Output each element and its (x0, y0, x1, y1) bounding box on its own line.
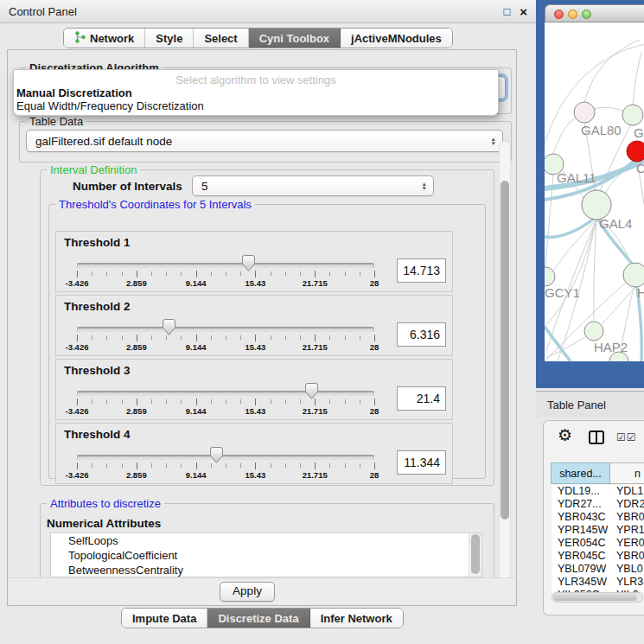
tick-label: 2.859 (126, 342, 147, 352)
table-row[interactable]: YBL079WYBL0 (552, 563, 644, 576)
tick-label: 9.144 (186, 342, 207, 352)
tab-impute-data[interactable]: Impute Data (122, 609, 207, 628)
tick-label: 15.43 (245, 406, 266, 416)
table-row[interactable]: YDR27...YDR2 (552, 498, 644, 511)
network-node[interactable] (584, 322, 603, 341)
gear-icon[interactable]: ⚙ (558, 427, 572, 443)
list-item[interactable]: TopologicalCoefficient (51, 548, 481, 563)
list-item[interactable]: SelfLoops (51, 533, 481, 548)
threshold-2-box: Threshold 2 -3.426 2.859 9.144 15.43 21.… (55, 295, 453, 356)
slider-minor-ticks (77, 271, 375, 276)
tab-style[interactable]: Style (145, 29, 194, 48)
threshold-1-slider-track[interactable] (77, 263, 374, 268)
apply-strip: Apply (8, 577, 514, 604)
close-icon[interactable]: × (520, 5, 527, 18)
threshold-1-slider-thumb[interactable] (242, 255, 255, 271)
tab-select[interactable]: Select (194, 29, 248, 48)
node-label-gal80: GAL80 (581, 123, 622, 137)
tick-label: -3.426 (66, 470, 89, 480)
tick-label: 21.715 (303, 406, 328, 416)
table-data-combobox[interactable]: galFiltered.sif default node ▲▼ (26, 130, 503, 152)
float-window-icon[interactable]: □ (503, 6, 510, 17)
threshold-2-value-field[interactable]: 6.316 (397, 322, 446, 347)
tick-label: 28 (370, 406, 379, 416)
node-label-partial: GA (634, 125, 644, 140)
network-view-window[interactable]: GAL80 GA C GAL11 GAL4 GCY1 H HAP2 (536, 0, 644, 388)
scrollbar-thumb[interactable] (471, 534, 480, 574)
node-label-partial: H (637, 285, 644, 300)
network-node[interactable] (623, 263, 644, 287)
minimize-traffic-light-icon[interactable] (568, 10, 577, 19)
table-horizontal-scrollbar[interactable] (552, 592, 643, 603)
scrollbar-thumb[interactable] (501, 181, 509, 520)
table-panel-card: ⚙ ☑☑ shared... n YDL19...YDL1 YDR27...YD… (543, 420, 644, 615)
tick-label: 15.43 (245, 470, 266, 480)
tab-label: Cyni Toolbox (259, 32, 329, 45)
threshold-4-value-field[interactable]: 11.344 (397, 450, 446, 475)
close-traffic-light-icon[interactable] (554, 10, 564, 19)
threshold-4-slider-track[interactable] (77, 455, 374, 460)
network-canvas[interactable]: GAL80 GA C GAL11 GAL4 GCY1 H HAP2 (545, 22, 644, 361)
column-header-name[interactable]: n (610, 462, 644, 484)
slider-minor-ticks (77, 335, 375, 340)
threshold-3-slider-track[interactable] (77, 391, 374, 396)
column-header-shared[interactable]: shared... (551, 462, 610, 484)
tick-label: 21.715 (303, 470, 328, 480)
number-of-intervals-combobox[interactable]: 5 ▲▼ (192, 175, 434, 196)
tick-label: 28 (370, 470, 379, 480)
tab-label: Impute Data (132, 612, 196, 625)
group-title-thresholds: Threshold's Coordinates for 5 Intervals (55, 198, 255, 211)
list-item[interactable]: BetweennessCentrality (51, 563, 481, 577)
table-row[interactable]: YBR043CYBR0 (552, 511, 644, 524)
tick-label: 21.715 (303, 342, 328, 352)
tab-discretize-data[interactable]: Discretize Data (207, 609, 309, 628)
table-row[interactable]: YER054CYER0 (552, 537, 644, 550)
popup-option-manual-discretization[interactable]: Manual Discretization (16, 86, 496, 99)
table-row[interactable]: YBR045CYBR0 (552, 550, 644, 563)
numerical-attributes-list: SelfLoops TopologicalCoefficient Between… (50, 532, 482, 577)
list-scrollbar[interactable] (469, 533, 481, 577)
node-label-gcy1: GCY1 (545, 285, 580, 300)
apply-button[interactable]: Apply (220, 582, 275, 602)
threshold-4-slider-thumb[interactable] (210, 447, 223, 463)
threshold-1-value-field[interactable]: 14.713 (397, 258, 446, 283)
tab-cyni-toolbox[interactable]: Cyni Toolbox (249, 29, 341, 48)
table-row[interactable]: YPR145WYPR1 (552, 524, 644, 537)
bottom-tab-bar: Impute Data Discretize Data Infer Networ… (121, 608, 404, 628)
tab-label: Discretize Data (218, 612, 298, 625)
table-data-value: galFiltered.sif default node (35, 135, 172, 148)
threshold-3-slider-thumb[interactable] (305, 383, 318, 399)
checkbox-icons[interactable]: ☑☑ (616, 431, 637, 443)
panel-title: Control Panel (0, 5, 77, 18)
threshold-3-box: Threshold 3 -3.426 2.859 9.144 15.43 21.… (55, 359, 453, 420)
threshold-2-slider-thumb[interactable] (163, 319, 175, 335)
network-node[interactable] (622, 105, 643, 125)
popup-hint: Select algorithm to view settings (14, 73, 498, 86)
table-row[interactable]: YLR345WYLR3 (552, 576, 644, 589)
panel-scrollbar[interactable] (499, 141, 511, 601)
tab-jactivemnodules[interactable]: jActiveMNodules (341, 29, 452, 48)
threshold-4-label: Threshold 4 (64, 428, 131, 441)
split-column-icon[interactable] (589, 430, 604, 448)
threshold-3-value-field[interactable]: 21.4 (397, 386, 446, 411)
network-window-titlebar[interactable] (545, 4, 644, 22)
network-node-gal4[interactable] (582, 190, 611, 220)
scrollbar-thumb[interactable] (553, 594, 637, 601)
control-panel-titlebar: Control Panel □ × (0, 0, 536, 23)
tab-infer-network[interactable]: Infer Network (310, 609, 403, 628)
tab-label: jActiveMNodules (351, 32, 442, 45)
network-node[interactable] (574, 102, 595, 123)
threshold-3-label: Threshold 3 (64, 364, 131, 377)
tab-network[interactable]: Network (64, 29, 145, 48)
table-panel-title: Table Panel (536, 399, 606, 411)
node-label-gal11: GAL11 (557, 170, 596, 185)
table-row[interactable]: YDL19...YDL1 (552, 485, 644, 498)
threshold-2-slider-track[interactable] (77, 327, 374, 332)
network-node-selected[interactable] (627, 141, 644, 162)
tab-label: Style (156, 32, 182, 45)
tick-label: 28 (370, 278, 379, 288)
number-of-intervals-value: 5 (201, 180, 208, 193)
tick-label: 2.859 (126, 470, 147, 480)
zoom-traffic-light-icon[interactable] (582, 10, 591, 19)
popup-option-equal-width-frequency[interactable]: Equal Width/Frequency Discretization (16, 99, 496, 112)
